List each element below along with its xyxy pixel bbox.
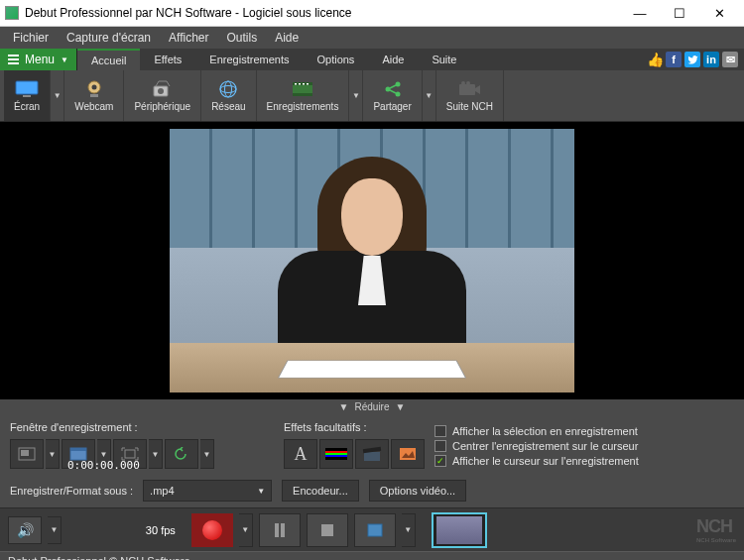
fps-display: 30 fps — [146, 524, 176, 536]
tab-effets[interactable]: Effets — [140, 49, 195, 70]
tab-enregistrements[interactable]: Enregistrements — [195, 49, 303, 70]
film-icon — [291, 79, 314, 99]
svg-rect-32 — [325, 451, 347, 453]
svg-rect-16 — [307, 83, 309, 85]
svg-point-7 — [220, 81, 236, 97]
chevron-down-icon: ▼ — [396, 401, 406, 412]
sound-button[interactable]: 🔊 — [8, 516, 42, 544]
menu-fichier[interactable]: Fichier — [4, 29, 58, 47]
svg-point-18 — [395, 82, 400, 87]
record-dropdown[interactable]: ▼ — [239, 513, 253, 547]
menu-capture[interactable]: Capture d'écran — [58, 29, 160, 47]
chevron-down-icon: ▼ — [61, 56, 68, 64]
record-button[interactable] — [191, 513, 233, 547]
toolbar-enregistrements[interactable]: Enregistrements — [257, 70, 350, 121]
snapshot-dropdown[interactable]: ▼ — [402, 513, 416, 547]
checkbox-icon — [434, 440, 446, 452]
svg-point-8 — [220, 86, 236, 93]
ribbon-tabs: Menu ▼ Accueil Effets Enregistrements Op… — [0, 49, 744, 70]
svg-rect-15 — [303, 83, 305, 85]
color-effect-button[interactable] — [319, 439, 353, 469]
record-icon — [202, 520, 222, 540]
app-icon — [5, 6, 19, 20]
toolbar-ecran-dropdown[interactable]: ▼ — [51, 70, 64, 121]
tab-suite[interactable]: Suite — [418, 49, 470, 70]
stop-button[interactable] — [307, 513, 348, 547]
checkbox-show-selection[interactable]: Afficher la sélection en enregistrement — [434, 425, 734, 437]
toolbar-partager-dropdown[interactable]: ▼ — [423, 70, 436, 121]
device-icon — [151, 79, 175, 99]
toolbar-webcam[interactable]: Webcam — [64, 70, 124, 121]
svg-line-20 — [390, 85, 396, 88]
svg-rect-4 — [90, 94, 98, 97]
svg-rect-35 — [364, 452, 380, 461]
titlebar: Debut Professionnel par NCH Software - L… — [0, 0, 744, 27]
svg-line-21 — [390, 90, 396, 93]
chevron-down-icon: ▼ — [339, 401, 349, 412]
toolbar-partager[interactable]: Partager — [363, 70, 422, 121]
recording-thumbnail[interactable] — [432, 512, 487, 548]
camera-icon — [457, 79, 481, 99]
svg-point-6 — [158, 88, 164, 94]
tab-accueil[interactable]: Accueil — [77, 49, 140, 70]
minimize-button[interactable]: — — [620, 0, 660, 27]
level-meter: -45-33-21-15-12-9-6-30 — [67, 473, 140, 561]
fullscreen-dropdown[interactable]: ▼ — [149, 439, 163, 469]
maximize-button[interactable]: ☐ — [660, 0, 699, 27]
checkbox-icon — [434, 425, 446, 437]
toolbar-peripherique[interactable]: Périphérique — [124, 70, 201, 121]
svg-point-3 — [91, 85, 96, 90]
svg-rect-22 — [459, 84, 475, 95]
window-mode-1-button[interactable] — [10, 439, 44, 469]
preview-image — [170, 129, 574, 392]
tab-aide[interactable]: Aide — [368, 49, 418, 70]
tab-options[interactable]: Options — [303, 49, 368, 70]
svg-rect-14 — [299, 83, 301, 85]
share-icon — [381, 79, 405, 99]
checkbox-center-cursor[interactable]: Centrer l'enregistrement sur le curseur — [434, 440, 734, 452]
twitter-icon[interactable] — [684, 52, 700, 67]
menu-outils[interactable]: Outils — [218, 29, 267, 47]
text-effect-button[interactable]: A — [284, 439, 317, 469]
svg-rect-33 — [325, 453, 347, 455]
mail-icon[interactable]: ✉ — [722, 52, 738, 67]
menu-aide[interactable]: Aide — [266, 29, 308, 47]
window-mode-1-dropdown[interactable]: ▼ — [46, 439, 60, 469]
like-icon[interactable]: 👍 — [647, 52, 663, 67]
reset-button[interactable] — [165, 439, 198, 469]
pause-button[interactable] — [259, 513, 301, 547]
toolbar-suite-nch[interactable]: Suite NCH — [436, 70, 504, 121]
snapshot-button[interactable] — [354, 513, 396, 547]
reset-dropdown[interactable]: ▼ — [200, 439, 214, 469]
menu-afficher[interactable]: Afficher — [160, 29, 217, 47]
encoder-button[interactable]: Encodeur... — [282, 480, 359, 502]
hamburger-icon — [8, 55, 19, 64]
svg-rect-12 — [293, 93, 312, 96]
checkbox-show-cursor[interactable]: ✓ Afficher le curseur sur l'enregistreme… — [434, 455, 734, 467]
preview-area — [0, 122, 744, 399]
format-select[interactable]: .mp4 ▼ — [143, 480, 272, 502]
collapse-button[interactable]: ▼ Réduire ▼ — [0, 399, 744, 413]
sound-dropdown[interactable]: ▼ — [48, 516, 62, 544]
facebook-icon[interactable]: f — [666, 52, 682, 67]
social-icons: 👍 f in ✉ — [647, 49, 744, 70]
effects-panel: Effets facultatifs : A — [284, 421, 425, 470]
recording-options: Afficher la sélection en enregistrement … — [434, 421, 734, 470]
svg-marker-23 — [475, 85, 480, 94]
svg-point-19 — [395, 92, 400, 97]
linkedin-icon[interactable]: in — [703, 52, 719, 67]
close-button[interactable]: ✕ — [699, 0, 739, 27]
toolbar-ecran[interactable]: Écran — [4, 70, 51, 121]
video-options-button[interactable]: Options vidéo... — [369, 480, 466, 502]
menu-dropdown-button[interactable]: Menu ▼ — [0, 49, 77, 70]
svg-rect-0 — [16, 81, 38, 94]
svg-rect-39 — [368, 524, 382, 536]
menubar: Fichier Capture d'écran Afficher Outils … — [0, 27, 744, 49]
svg-rect-34 — [325, 455, 347, 457]
image-effect-button[interactable] — [391, 439, 425, 469]
toolbar-enregistrements-dropdown[interactable]: ▼ — [349, 70, 363, 121]
nch-logo: NCH NCH Software — [696, 516, 736, 543]
clapper-effect-button[interactable] — [355, 439, 389, 469]
toolbar-reseau[interactable]: Réseau — [201, 70, 256, 121]
chevron-down-icon: ▼ — [257, 487, 265, 496]
